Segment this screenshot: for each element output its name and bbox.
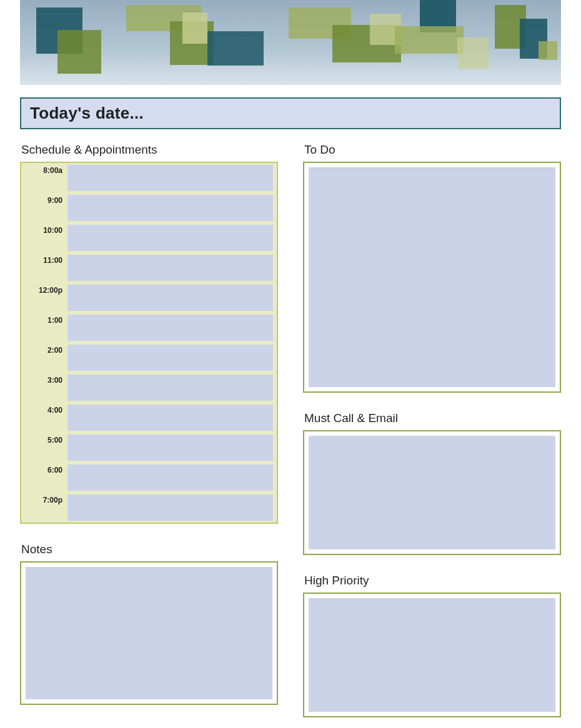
schedule-row: 2:00: [21, 343, 277, 373]
schedule-row: 3:00: [21, 373, 277, 403]
schedule-slot[interactable]: [67, 465, 273, 491]
schedule-slot[interactable]: [67, 435, 273, 461]
schedule-slot[interactable]: [67, 225, 273, 251]
date-bar[interactable]: Today's date...: [20, 97, 561, 129]
high-priority-box[interactable]: [303, 593, 561, 717]
time-label: 9:00: [21, 193, 67, 223]
call-email-content: [309, 436, 555, 549]
todo-content: [309, 167, 555, 387]
todo-title: To Do: [304, 143, 561, 157]
time-label: 8:00a: [21, 163, 67, 193]
schedule-row: 5:00: [21, 433, 277, 463]
schedule-row: 9:00: [21, 193, 277, 223]
schedule-slot[interactable]: [67, 285, 273, 311]
time-label: 10:00: [21, 223, 67, 253]
schedule-row: 6:00: [21, 463, 277, 493]
schedule-row: 7:00p: [21, 493, 277, 523]
time-label: 12:00p: [21, 283, 67, 313]
schedule-row: 1:00: [21, 313, 277, 343]
schedule-slot[interactable]: [67, 315, 273, 341]
notes-box[interactable]: [20, 561, 278, 705]
notes-title: Notes: [21, 543, 278, 556]
time-label: 1:00: [21, 313, 67, 343]
time-label: 6:00: [21, 463, 67, 493]
schedule-box: 8:00a 9:00 10:00 11:00 12:00p: [20, 162, 278, 524]
schedule-row: 11:00: [21, 253, 277, 283]
planner-page: Today's date... Schedule & Appointments …: [0, 0, 581, 728]
time-label: 7:00p: [21, 493, 67, 523]
todo-box[interactable]: [303, 162, 561, 393]
time-label: 2:00: [21, 343, 67, 373]
schedule-slot[interactable]: [67, 195, 273, 221]
schedule-slot[interactable]: [67, 405, 273, 431]
schedule-slot[interactable]: [67, 494, 273, 521]
header-banner: [20, 0, 561, 85]
schedule-slot[interactable]: [67, 165, 273, 191]
call-email-box[interactable]: [303, 430, 561, 555]
schedule-row: 8:00a: [21, 163, 277, 193]
schedule-row: 10:00: [21, 223, 277, 253]
schedule-title: Schedule & Appointments: [21, 143, 278, 157]
call-email-title: Must Call & Email: [304, 411, 561, 425]
high-priority-content: [309, 598, 555, 712]
schedule-slot[interactable]: [67, 345, 273, 371]
schedule-slot[interactable]: [67, 255, 273, 281]
schedule-row: 4:00: [21, 403, 277, 433]
left-column: Schedule & Appointments 8:00a 9:00 10:00…: [20, 143, 278, 717]
high-priority-title: High Priority: [304, 574, 561, 588]
time-label: 3:00: [21, 373, 67, 403]
notes-content: [26, 567, 272, 699]
time-label: 11:00: [21, 253, 67, 283]
time-label: 4:00: [21, 403, 67, 433]
time-label: 5:00: [21, 433, 67, 463]
right-column: To Do Must Call & Email High Priority: [303, 143, 561, 717]
date-label: Today's date...: [30, 104, 144, 122]
schedule-row: 12:00p: [21, 283, 277, 313]
schedule-slot[interactable]: [67, 375, 273, 401]
